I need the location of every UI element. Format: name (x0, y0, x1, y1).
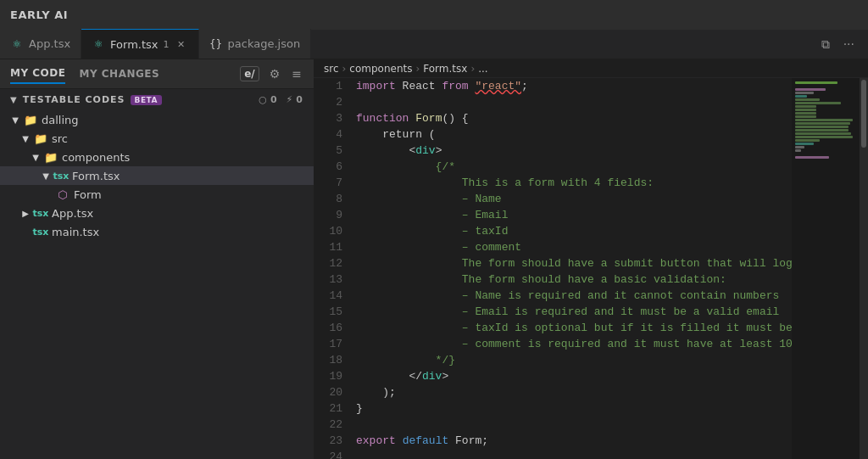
tree-item-main-tsx[interactable]: ▶ tsx main.tsx (0, 222, 314, 241)
code-content: import React from "react" ; function For… (349, 78, 792, 459)
circle-icon: ○ (259, 94, 268, 105)
tab-app-tsx-label: App.tsx (29, 37, 70, 50)
tree-item-dalling[interactable]: ▼ 📁 dalling (0, 110, 314, 129)
breadcrumb-sep-1: › (342, 63, 347, 75)
line-num-5: 5 (314, 143, 342, 159)
breadcrumb-sep-2: › (415, 63, 420, 75)
tree-label-src: src (52, 132, 307, 145)
tab-app-tsx[interactable]: ⚛ App.tsx (0, 29, 81, 59)
line-num-10: 10 (314, 223, 342, 239)
counter-lightning-value: 0 (296, 94, 303, 105)
code-line-3: function Form () { (356, 110, 792, 126)
tree-item-form-component[interactable]: ⬡ Form ⊕ (0, 185, 314, 204)
sidebar-nav-my-code[interactable]: MY CODE (10, 64, 65, 84)
line-num-1: 1 (314, 78, 342, 94)
breadcrumb: src › components › Form.tsx › ... (314, 59, 868, 78)
sidebar-section-testable-codes[interactable]: ▼ TESTABLE CODES BETA ○ 0 ⚡ 0 (0, 89, 314, 110)
line-num-11: 11 (314, 239, 342, 255)
chevron-down-icon: ▼ (8, 113, 22, 126)
line-num-18: 18 (314, 352, 342, 368)
tab-form-tsx[interactable]: ⚛ Form.tsx 1 ✕ (81, 29, 198, 59)
code-line-10: – taxId (356, 223, 792, 239)
sidebar-nav-my-changes[interactable]: MY CHANGES (79, 64, 159, 83)
breadcrumb-components[interactable]: components (349, 63, 412, 75)
tab-form-tsx-badge: 1 (164, 39, 170, 50)
beta-badge: BETA (131, 95, 162, 105)
line-num-15: 15 (314, 304, 342, 320)
title-bar: EARLY AI (0, 0, 868, 30)
tsx-file-icon: tsx (34, 225, 47, 238)
tab-form-tsx-label: Form.tsx (110, 38, 158, 51)
tree-item-src[interactable]: ▼ 📁 src (0, 129, 314, 148)
tab-form-tsx-close[interactable]: ✕ (175, 37, 188, 51)
code-line-24 (356, 449, 792, 459)
line-num-2: 2 (314, 94, 342, 110)
code-line-4: return ( (356, 126, 792, 143)
split-editor-icon[interactable]: ⧉ (818, 36, 833, 53)
line-num-6: 6 (314, 159, 342, 175)
line-num-8: 8 (314, 191, 342, 207)
line-num-14: 14 (314, 288, 342, 304)
component-icon: ⬡ (56, 188, 70, 201)
line-num-20: 20 (314, 384, 342, 400)
breadcrumb-src[interactable]: src (324, 63, 339, 75)
chevron-down-icon: ▼ (39, 169, 53, 182)
breadcrumb-form-tsx[interactable]: Form.tsx (423, 63, 467, 75)
line-num-21: 21 (314, 400, 342, 417)
line-num-7: 7 (314, 175, 342, 191)
code-line-6: {/* (356, 159, 792, 175)
code-line-16: – taxId is optional but if it is filled … (356, 320, 792, 336)
code-line-13: The form should have a basic validation: (356, 271, 792, 288)
edit-icon[interactable]: e/ (240, 66, 259, 81)
token-string-react: "react" (475, 78, 521, 94)
code-line-22 (356, 417, 792, 433)
counter-circle: ○ 0 (259, 94, 277, 105)
tree-item-app-tsx[interactable]: ▶ tsx App.tsx (0, 204, 314, 222)
code-line-11: – comment (356, 239, 792, 255)
section-chevron-icon: ▼ (10, 95, 18, 104)
code-line-18: */} (356, 352, 792, 368)
minimap-panel (792, 78, 860, 459)
form-tsx-icon: ⚛ (92, 37, 105, 51)
code-editor[interactable]: 1 2 3 4 5 6 7 8 9 10 11 12 13 14 15 16 1… (314, 78, 868, 459)
line-num-4: 4 (314, 126, 342, 143)
folder-icon: 📁 (44, 150, 58, 164)
line-num-24: 24 (314, 449, 342, 459)
code-line-23: export default Form; (356, 433, 792, 449)
line-num-13: 13 (314, 271, 342, 288)
vertical-scrollbar[interactable] (860, 78, 868, 459)
folder-icon: 📁 (34, 132, 47, 145)
code-line-7: This is a form with 4 fields: (356, 175, 792, 191)
tree-label-dalling: dalling (42, 114, 307, 126)
more-actions-icon[interactable]: ··· (840, 36, 858, 53)
code-line-21: } (356, 400, 792, 417)
breadcrumb-ellipsis[interactable]: ... (478, 63, 487, 75)
line-num-22: 22 (314, 417, 342, 433)
tab-package-json[interactable]: {} package.json (199, 29, 312, 59)
code-line-20: ); (356, 384, 792, 400)
tab-package-json-label: package.json (228, 37, 301, 50)
tab-bar: ⚛ App.tsx ⚛ Form.tsx 1 ✕ {} package.json… (0, 30, 868, 59)
tree-label-components: components (62, 151, 307, 164)
tree-label-app-tsx: App.tsx (52, 207, 307, 220)
scrollbar-thumb[interactable] (861, 80, 866, 148)
breadcrumb-sep-3: › (470, 63, 475, 75)
code-line-2 (356, 94, 792, 110)
tsx-file-icon: tsx (54, 169, 68, 182)
menu-icon[interactable]: ≡ (290, 65, 303, 82)
app-logo: EARLY AI (10, 8, 68, 21)
code-line-12: The form should have a submit button tha… (356, 255, 792, 271)
settings-icon[interactable]: ⚙ (268, 65, 282, 82)
tsx-file-icon: tsx (34, 206, 47, 220)
code-line-5: < div > (356, 143, 792, 159)
chevron-right-icon: ▶ (19, 206, 32, 220)
sidebar-counters: ○ 0 ⚡ 0 (259, 94, 303, 105)
component-action-icon[interactable]: ⊕ (293, 188, 307, 201)
code-line-9: – Email (356, 207, 792, 223)
sidebar: MY CODE MY CHANGES e/ ⚙ ≡ ▼ TESTABLE COD… (0, 59, 314, 459)
line-num-12: 12 (314, 255, 342, 271)
tree-item-form-tsx[interactable]: ▼ tsx Form.tsx (0, 166, 314, 185)
code-line-19: </ div > (356, 368, 792, 384)
tree-item-components[interactable]: ▼ 📁 components (0, 148, 314, 166)
main-layout: MY CODE MY CHANGES e/ ⚙ ≡ ▼ TESTABLE COD… (0, 59, 868, 459)
